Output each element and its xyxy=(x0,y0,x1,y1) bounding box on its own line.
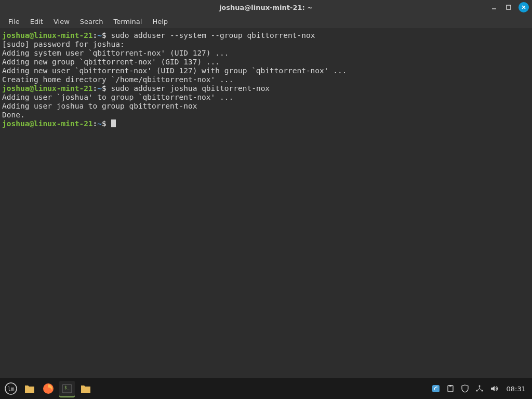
terminal-line: Adding user joshua to group qbittorrent-… xyxy=(2,102,530,111)
prompt-path: ~ xyxy=(97,31,102,39)
window-title: joshua@linux-mint-21: ~ xyxy=(219,4,313,11)
svg-text:lm: lm xyxy=(7,385,15,392)
menu-view[interactable]: View xyxy=(48,16,75,28)
prompt-dollar: $ xyxy=(102,31,111,39)
prompt-user: joshua@linux-mint-21 xyxy=(2,119,93,128)
clipboard-icon[interactable] xyxy=(445,383,456,394)
folder-taskbar-item[interactable] xyxy=(78,381,94,396)
prompt-user: joshua@linux-mint-21 xyxy=(2,84,93,92)
menu-terminal[interactable]: Terminal xyxy=(108,16,147,28)
terminal-line: Creating home directory `/home/qbittorre… xyxy=(2,75,530,84)
command-text: sudo adduser --system --group qbittorren… xyxy=(111,31,315,39)
terminal-line: Done. xyxy=(2,111,530,119)
network-icon[interactable] xyxy=(474,383,485,394)
volume-icon[interactable] xyxy=(489,383,499,394)
tray-app-icon[interactable] xyxy=(431,383,441,394)
menu-file[interactable]: File xyxy=(3,16,25,28)
close-button[interactable] xyxy=(518,2,529,12)
minimize-button[interactable] xyxy=(489,3,499,12)
terminal-line: Adding system user `qbittorrent-nox' (UI… xyxy=(2,49,530,58)
terminal-line: joshua@linux-mint-21:~$ sudo adduser jos… xyxy=(2,84,530,93)
prompt-path: ~ xyxy=(97,84,102,92)
prompt-dollar: $ xyxy=(102,119,111,128)
cursor-block xyxy=(111,119,116,127)
prompt-user: joshua@linux-mint-21 xyxy=(2,31,93,39)
window-controls xyxy=(489,2,529,12)
desktop: joshua@linux-mint-21: ~ File Edit View S… xyxy=(0,0,532,399)
menu-help[interactable]: Help xyxy=(147,16,173,28)
terminal-line: joshua@linux-mint-21:~$ sudo adduser --s… xyxy=(2,31,530,40)
system-tray: 08:31 xyxy=(431,383,529,394)
files-launcher[interactable] xyxy=(22,381,37,396)
terminal-line: Adding new user `qbittorrent-nox' (UID 1… xyxy=(2,66,530,75)
shield-icon[interactable] xyxy=(460,383,470,394)
maximize-button[interactable] xyxy=(504,3,513,12)
svg-rect-11 xyxy=(449,385,451,387)
menu-search[interactable]: Search xyxy=(75,16,109,28)
menubar: File Edit View Search Terminal Help xyxy=(0,15,532,29)
titlebar[interactable]: joshua@linux-mint-21: ~ xyxy=(0,0,532,15)
taskbar: lm $_ xyxy=(0,378,532,399)
svg-rect-9 xyxy=(432,385,440,392)
firefox-launcher[interactable] xyxy=(41,381,56,396)
terminal-line: joshua@linux-mint-21:~$ xyxy=(2,119,530,128)
svg-rect-1 xyxy=(507,5,511,9)
clock[interactable]: 08:31 xyxy=(503,385,529,393)
terminal-window: joshua@linux-mint-21: ~ File Edit View S… xyxy=(0,0,532,378)
command-text: sudo adduser joshua qbittorrent-nox xyxy=(111,84,270,92)
menu-edit[interactable]: Edit xyxy=(25,16,48,28)
prompt-dollar: $ xyxy=(102,84,111,92)
svg-text:$_: $_ xyxy=(64,385,70,390)
terminal-taskbar-item[interactable]: $_ xyxy=(59,381,75,396)
prompt-path: ~ xyxy=(97,119,102,128)
taskbar-left: lm $_ xyxy=(3,381,94,396)
terminal-line: [sudo] password for joshua: xyxy=(2,40,530,49)
terminal-output[interactable]: joshua@linux-mint-21:~$ sudo adduser --s… xyxy=(0,29,532,378)
terminal-line: Adding user `joshua' to group `qbittorre… xyxy=(2,93,530,102)
start-menu-button[interactable]: lm xyxy=(3,381,19,396)
terminal-line: Adding new group `qbittorrent-nox' (GID … xyxy=(2,58,530,66)
